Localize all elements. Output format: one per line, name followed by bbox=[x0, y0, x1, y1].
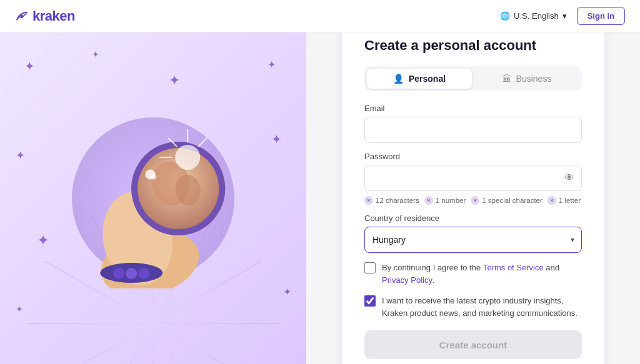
terms-link[interactable]: Terms of Service bbox=[483, 263, 544, 272]
language-selector[interactable]: 🌐 U.S. English ▾ bbox=[500, 11, 567, 21]
svg-line-17 bbox=[198, 138, 207, 147]
req-characters: × 12 characters bbox=[364, 196, 419, 205]
req-x-3: × bbox=[471, 196, 479, 205]
kraken-logo-icon bbox=[15, 11, 29, 22]
terms-checkbox[interactable] bbox=[364, 262, 376, 273]
sign-in-button[interactable]: Sign in bbox=[577, 7, 625, 25]
country-select-wrapper: Hungary United States United Kingdom Ger… bbox=[364, 227, 582, 253]
svg-point-13 bbox=[175, 145, 200, 170]
req-x-4: × bbox=[548, 196, 556, 205]
req-x-2: × bbox=[424, 196, 433, 205]
password-wrapper: 👁 bbox=[364, 165, 582, 191]
password-field-group: Password 👁 × 12 characters × 1 number bbox=[364, 152, 582, 205]
password-label: Password bbox=[364, 152, 582, 161]
globe-icon: 🌐 bbox=[500, 11, 510, 21]
chevron-down-icon: ▾ bbox=[562, 11, 567, 21]
req-characters-label: 12 characters bbox=[376, 197, 419, 204]
tab-business[interactable]: 🏛 Business bbox=[474, 69, 579, 89]
req-letter-label: 1 letter bbox=[559, 197, 581, 204]
tab-business-label: Business bbox=[516, 74, 552, 84]
form-card: Create a personal account 👤 Personal 🏛 B… bbox=[342, 32, 604, 364]
svg-point-4 bbox=[113, 268, 124, 279]
req-special: × 1 special character bbox=[471, 196, 542, 205]
req-number-label: 1 number bbox=[436, 197, 466, 204]
terms-checkbox-group: By continuing I agree to the Terms of Se… bbox=[364, 262, 582, 286]
person-icon: 👤 bbox=[393, 74, 404, 84]
terms-label: By continuing I agree to the Terms of Se… bbox=[382, 262, 582, 286]
tab-personal[interactable]: 👤 Personal bbox=[367, 69, 472, 89]
newsletter-checkbox[interactable] bbox=[364, 295, 376, 307]
req-letter: × 1 letter bbox=[548, 196, 581, 205]
country-label: Country of residence bbox=[364, 214, 582, 223]
email-label: Email bbox=[364, 104, 582, 113]
newsletter-checkbox-group: I want to receive the latest crypto indu… bbox=[364, 295, 582, 319]
privacy-link[interactable]: Privacy Policy bbox=[382, 275, 432, 285]
svg-point-6 bbox=[138, 268, 149, 279]
svg-point-0 bbox=[21, 14, 24, 17]
req-number: × 1 number bbox=[424, 196, 466, 205]
password-input[interactable] bbox=[364, 165, 582, 191]
logo: kraken bbox=[15, 8, 75, 24]
newsletter-label: I want to receive the latest crypto indu… bbox=[382, 295, 582, 319]
req-x-1: × bbox=[364, 196, 373, 205]
coin-hand-illustration bbox=[75, 101, 238, 288]
country-field-group: Country of residence Hungary United Stat… bbox=[364, 214, 582, 253]
header-right: 🌐 U.S. English ▾ Sign in bbox=[500, 7, 625, 25]
logo-text: kraken bbox=[32, 8, 75, 24]
email-input[interactable] bbox=[364, 117, 582, 143]
right-panel: Create a personal account 👤 Personal 🏛 B… bbox=[306, 32, 640, 364]
lang-label: U.S. English bbox=[514, 11, 559, 21]
create-account-button[interactable]: Create account bbox=[364, 330, 582, 359]
illustration-panel: ✦ ✦ ✦ ✦ ✦ ✦ ✦ ✦ ✦ bbox=[0, 32, 306, 364]
svg-point-5 bbox=[126, 268, 137, 279]
country-select[interactable]: Hungary United States United Kingdom Ger… bbox=[364, 227, 582, 253]
main-content: ✦ ✦ ✦ ✦ ✦ ✦ ✦ ✦ ✦ bbox=[0, 32, 640, 364]
email-field-group: Email bbox=[364, 104, 582, 143]
password-requirements: × 12 characters × 1 number × 1 special c… bbox=[364, 196, 582, 205]
form-title: Create a personal account bbox=[364, 37, 582, 54]
building-icon: 🏛 bbox=[502, 74, 511, 84]
header: kraken 🌐 U.S. English ▾ Sign in bbox=[0, 0, 640, 32]
tab-personal-label: Personal bbox=[409, 74, 446, 84]
req-special-label: 1 special character bbox=[482, 197, 542, 204]
account-type-tabs: 👤 Personal 🏛 Business bbox=[364, 66, 582, 91]
toggle-password-icon[interactable]: 👁 bbox=[564, 172, 574, 184]
